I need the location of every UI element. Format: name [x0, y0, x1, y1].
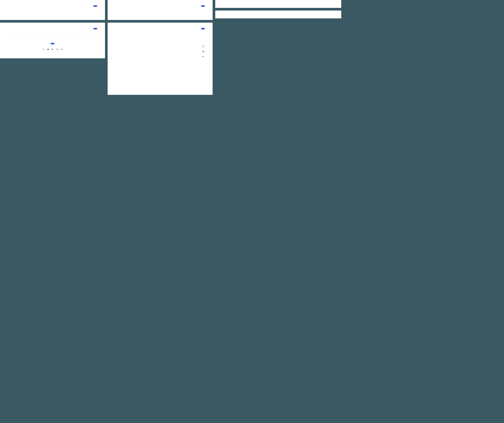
twitter-icon[interactable]: 🐦 — [51, 48, 54, 51]
font-comparison-bottom — [215, 11, 341, 18]
dribbble-icon[interactable]: ◉ — [47, 48, 49, 51]
nav-contact-button[interactable] — [201, 5, 205, 7]
footer-social: ⌥ ◉ 🐦 ⓕ in — [8, 48, 97, 51]
divider — [8, 37, 97, 38]
code-block-1 — [116, 37, 174, 59]
blog-list-panel: ⌥ ◉ 🐦 ⓕ in — [0, 23, 105, 58]
nav-links — [87, 5, 97, 7]
cta-email-button[interactable] — [51, 43, 54, 44]
top-nav — [8, 28, 97, 29]
article-panel-code: ⓕ 🐦 in — [108, 23, 213, 95]
code-block-2 — [116, 63, 174, 84]
font-comparison-top — [215, 0, 341, 8]
article-panel-1: ⓕ 🐦 in — [0, 0, 105, 20]
facebook-icon[interactable]: ⓕ — [56, 48, 58, 51]
facebook-icon[interactable]: ⓕ — [202, 45, 205, 48]
linkedin-icon[interactable]: in — [61, 48, 62, 51]
github-icon[interactable]: ⌥ — [43, 48, 45, 51]
nav-contact-button[interactable] — [93, 28, 97, 29]
nav-contact-button[interactable] — [201, 28, 205, 29]
nav-contact-button[interactable] — [93, 5, 97, 7]
linkedin-icon[interactable]: in — [202, 55, 205, 58]
top-nav — [8, 5, 97, 7]
article-panel-2: ⓕ 🐦 in — [108, 0, 213, 20]
twitter-icon[interactable]: 🐦 — [202, 50, 205, 53]
